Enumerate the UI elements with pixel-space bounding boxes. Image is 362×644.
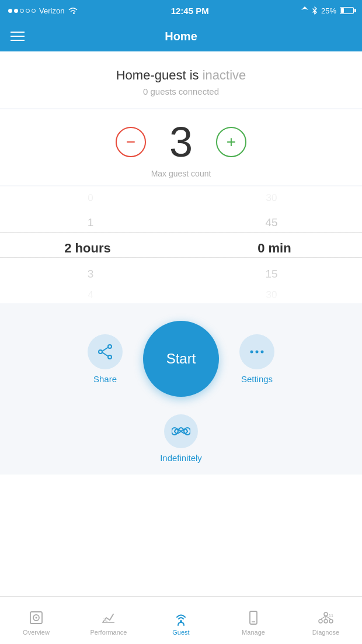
nav-manage-label: Manage (242, 629, 265, 636)
settings-icon (249, 344, 265, 360)
status-bar: Verizon 12:45 PM 25% (0, 0, 362, 21)
status-word: inactive (203, 68, 246, 82)
nav-title: Home (165, 30, 197, 43)
indefinitely-label: Indefinitely (160, 453, 202, 463)
guest-count-value: 3 (169, 121, 193, 163)
guests-connected: 0 guests connected (12, 86, 350, 96)
action-section: Share Start Settings (0, 303, 362, 408)
min-above-2: 30 (252, 186, 291, 210)
time-picker-section[interactable]: 0 1 2 hours 3 4 30 45 (0, 186, 362, 303)
indefinitely-section: Indefinitely (0, 408, 362, 475)
infinity-icon (172, 426, 190, 437)
network-name: Home-guest (116, 68, 186, 82)
svg-line-4 (102, 352, 108, 356)
performance-icon (98, 609, 119, 626)
menu-line-2 (11, 36, 25, 37)
status-section: Home-guest is inactive 0 guests connecte… (0, 51, 362, 108)
guest-count-section: − 3 + (0, 109, 362, 169)
svg-text:11: 11 (329, 614, 333, 618)
nav-performance[interactable]: Performance (72, 597, 145, 644)
hour-below-2: 4 (64, 287, 116, 303)
guest-icon (170, 609, 192, 626)
svg-point-10 (36, 617, 37, 618)
carrier-label: Verizon (39, 6, 64, 15)
nav-diagnose[interactable]: 11 Diagnose (290, 597, 362, 644)
menu-button[interactable] (11, 32, 25, 41)
nav-performance-label: Performance (90, 629, 127, 636)
svg-point-6 (256, 350, 259, 353)
svg-point-17 (324, 619, 328, 623)
wifi-icon (68, 6, 78, 15)
hour-below-1: 3 (64, 261, 116, 287)
battery-fill (341, 8, 344, 13)
settings-button[interactable] (239, 334, 274, 369)
main-content: Home-guest is inactive 0 guests connecte… (0, 51, 362, 475)
status-left: Verizon (8, 6, 78, 15)
dot-5 (32, 9, 36, 13)
location-icon (301, 6, 308, 15)
menu-line-1 (11, 32, 25, 33)
guest-status-title: Home-guest is inactive (12, 68, 350, 83)
share-icon (97, 344, 113, 360)
max-guest-label: Max guest count (0, 169, 362, 185)
nav-guest[interactable]: Guest (145, 597, 217, 644)
settings-label: Settings (241, 374, 273, 384)
nav-overview[interactable]: Overview (0, 597, 72, 644)
status-is: is (190, 68, 203, 82)
dot-4 (26, 9, 30, 13)
share-button[interactable] (88, 334, 123, 369)
increment-button[interactable]: + (216, 127, 246, 157)
svg-point-16 (329, 619, 333, 623)
svg-line-18 (321, 616, 326, 619)
svg-point-0 (108, 345, 112, 348)
decrement-button[interactable]: − (116, 127, 146, 157)
min-below-1: 15 (252, 261, 291, 287)
nav-overview-label: Overview (23, 629, 50, 636)
nav-diagnose-label: Diagnose (312, 629, 339, 636)
dot-1 (8, 9, 12, 13)
svg-point-14 (324, 612, 328, 616)
bluetooth-icon (312, 6, 318, 15)
svg-point-1 (99, 350, 102, 354)
picker-selected-line (0, 232, 362, 258)
svg-point-15 (319, 619, 322, 623)
dot-3 (20, 9, 24, 13)
nav-manage[interactable]: Manage (217, 597, 290, 644)
min-below-2: 30 (252, 287, 291, 303)
svg-point-2 (108, 355, 112, 359)
nav-guest-label: Guest (172, 629, 189, 636)
diagnose-icon: 11 (315, 609, 336, 626)
signal-dots (8, 9, 36, 13)
status-right: 25% (301, 6, 354, 15)
share-label: Share (93, 374, 117, 384)
battery-icon (340, 7, 354, 14)
settings-side: Settings (219, 334, 295, 384)
indefinitely-button[interactable] (164, 414, 198, 448)
svg-line-3 (102, 347, 108, 351)
share-side: Share (67, 334, 143, 384)
nav-bar: Home (0, 21, 362, 51)
bottom-nav: Overview Performance Guest (0, 596, 362, 644)
status-time: 12:45 PM (171, 6, 209, 16)
manage-icon (243, 609, 264, 626)
hour-above-2: 0 (64, 186, 116, 210)
svg-point-7 (261, 350, 264, 353)
svg-point-5 (250, 350, 253, 353)
battery-percentage: 25% (321, 6, 336, 15)
overview-icon (26, 609, 47, 626)
dot-2 (14, 9, 18, 13)
start-button[interactable]: Start (143, 321, 219, 397)
menu-line-3 (11, 40, 25, 41)
